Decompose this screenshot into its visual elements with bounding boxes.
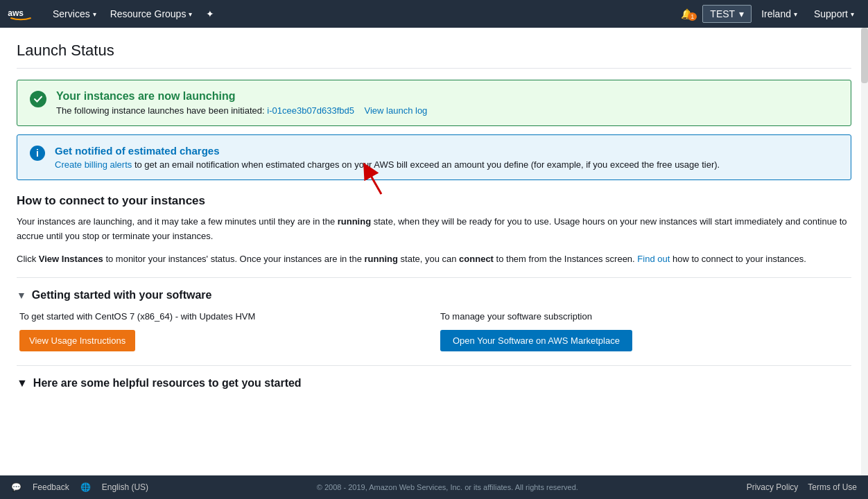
info-title: Get notified of estimated charges xyxy=(55,145,720,157)
view-usage-instructions-button[interactable]: View Usage Instructions xyxy=(19,330,135,351)
find-out-link[interactable]: Find out xyxy=(637,254,670,264)
footer-right: Privacy Policy Terms of Use xyxy=(747,482,857,492)
software-col-left: To get started with CentOS 7 (x86_64) - … xyxy=(17,311,431,351)
info-body-suffix: to get an email notification when estima… xyxy=(134,159,720,170)
bookmarks-button[interactable]: ✦ xyxy=(199,0,221,28)
info-banner: i Get notified of estimated charges Crea… xyxy=(17,134,851,180)
support-menu[interactable]: Support ▾ xyxy=(807,0,861,28)
divider-1 xyxy=(17,277,851,278)
info-body-text: Create billing alerts to get an email no… xyxy=(55,159,720,170)
content-area: Launch Status Your instances are now lau… xyxy=(0,28,868,475)
success-subtitle-text: The following instance launches have bee… xyxy=(56,105,265,116)
environment-selector[interactable]: TEST ▾ xyxy=(702,5,752,23)
how-to-connect-title: How to connect to your instances xyxy=(17,194,851,208)
scrollbar-track xyxy=(861,28,868,475)
scrollbar-thumb[interactable] xyxy=(861,28,868,83)
services-label: Services xyxy=(53,8,90,19)
region-label: Ireland xyxy=(761,8,791,19)
how-to-connect-section: How to connect to your instances Your in… xyxy=(17,194,851,266)
info-banner-body: Get notified of estimated charges Create… xyxy=(55,145,720,170)
feedback-icon: 💬 xyxy=(11,482,21,492)
getting-started-title: Getting started with your software xyxy=(32,289,212,301)
terms-of-use-link[interactable]: Terms of Use xyxy=(808,482,857,492)
support-chevron-icon: ▾ xyxy=(851,10,854,18)
notifications-button[interactable]: 🔔 1 xyxy=(674,8,700,19)
env-label: TEST xyxy=(710,8,735,19)
success-subtitle: The following instance launches have bee… xyxy=(56,105,427,116)
navbar: aws Services ▾ Resource Groups ▾ ✦ 🔔 1 T… xyxy=(0,0,868,28)
success-icon xyxy=(30,91,46,107)
software-grid: To get started with CentOS 7 (x86_64) - … xyxy=(17,311,851,351)
env-chevron-icon: ▾ xyxy=(739,8,744,19)
success-banner: Your instances are now launching The fol… xyxy=(17,80,851,126)
footer: 💬 Feedback 🌐 English (US) © 2008 - 2019,… xyxy=(0,475,868,499)
navbar-right: 🔔 1 TEST ▾ Ireland ▾ Support ▾ xyxy=(674,0,861,28)
software-desc-right: To manage your software subscription xyxy=(440,311,849,322)
resource-groups-label: Resource Groups xyxy=(110,8,186,19)
getting-started-chevron-icon: ▼ xyxy=(17,290,26,301)
how-to-connect-para2: Click View Instances to monitor your ins… xyxy=(17,252,851,267)
aws-logo[interactable]: aws xyxy=(7,4,35,24)
main-content: Launch Status Your instances are now lau… xyxy=(0,28,868,475)
success-title: Your instances are now launching xyxy=(56,90,427,103)
notification-badge: 1 xyxy=(688,12,697,21)
getting-started-header[interactable]: ▼ Getting started with your software xyxy=(17,289,851,301)
resource-groups-chevron-icon: ▾ xyxy=(189,10,192,18)
services-menu[interactable]: Services ▾ xyxy=(46,0,103,28)
region-selector[interactable]: Ireland ▾ xyxy=(754,0,804,28)
create-billing-alerts-link[interactable]: Create billing alerts xyxy=(55,159,132,170)
getting-started-section: ▼ Getting started with your software To … xyxy=(17,289,851,351)
resource-groups-menu[interactable]: Resource Groups ▾ xyxy=(103,0,200,28)
services-chevron-icon: ▾ xyxy=(93,10,96,18)
info-icon: i xyxy=(30,146,45,161)
helpful-resources-title: Here are some helpful resources to get y… xyxy=(33,377,302,389)
bookmark-icon: ✦ xyxy=(206,8,214,19)
language-selector[interactable]: English (US) xyxy=(102,482,148,492)
helpful-chevron-icon: ▼ xyxy=(17,377,28,389)
svg-text:aws: aws xyxy=(8,8,24,18)
success-banner-body: Your instances are now launching The fol… xyxy=(56,90,427,116)
page-title: Launch Status xyxy=(17,42,851,69)
instance-id-link[interactable]: i-01cee3b07d633fbd5 xyxy=(267,105,354,116)
region-chevron-icon: ▾ xyxy=(794,10,797,18)
helpful-resources-header[interactable]: ▼ Here are some helpful resources to get… xyxy=(17,377,851,389)
divider-2 xyxy=(17,365,851,366)
footer-left: 💬 Feedback 🌐 English (US) xyxy=(11,482,148,492)
support-label: Support xyxy=(814,8,848,19)
footer-copyright: © 2008 - 2019, Amazon Web Services, Inc.… xyxy=(148,483,747,491)
open-marketplace-button[interactable]: Open Your Software on AWS Marketplace xyxy=(440,330,632,351)
software-desc-left: To get started with CentOS 7 (x86_64) - … xyxy=(19,311,428,322)
globe-icon: 🌐 xyxy=(80,482,91,492)
helpful-resources-section: ▼ Here are some helpful resources to get… xyxy=(17,377,851,389)
how-to-connect-para1: Your instances are launching, and it may… xyxy=(17,215,851,244)
privacy-policy-link[interactable]: Privacy Policy xyxy=(747,482,799,492)
software-col-right: To manage your software subscription Ope… xyxy=(437,311,851,351)
view-launch-log-link[interactable]: View launch log xyxy=(365,105,428,116)
feedback-link[interactable]: Feedback xyxy=(33,482,69,492)
